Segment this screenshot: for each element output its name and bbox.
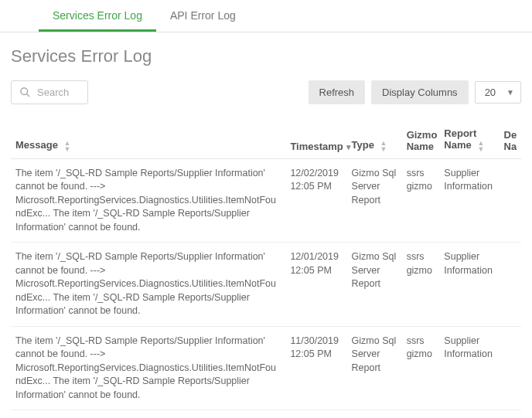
sort-icon: ▲▼ bbox=[380, 140, 387, 152]
cell-type: Gizmo Sql Server Report bbox=[347, 158, 402, 243]
toolbar: Refresh Display Columns 20 ▼ bbox=[11, 80, 521, 104]
cell-report-name: Supplier Information bbox=[439, 326, 499, 410]
col-timestamp[interactable]: Timestamp▼ bbox=[285, 120, 346, 158]
page-title: Services Error Log bbox=[11, 46, 521, 66]
cell-destination-name bbox=[500, 410, 521, 418]
sort-icon: ▲▼ bbox=[64, 140, 71, 152]
cell-destination-name bbox=[500, 326, 521, 410]
search-icon bbox=[19, 87, 31, 98]
error-log-table: Message ▲▼ Timestamp▼ Type ▲▼ Gizmo Name bbox=[11, 120, 521, 418]
cell-report-name: Supplier Information bbox=[439, 158, 499, 243]
svg-point-0 bbox=[21, 88, 28, 95]
cell-timestamp: 12/02/2019 12:05 PM bbox=[285, 158, 346, 243]
cell-report-name: Supplier Information bbox=[439, 410, 499, 418]
caret-down-icon: ▼ bbox=[506, 88, 514, 97]
refresh-button[interactable]: Refresh bbox=[309, 80, 366, 104]
col-gizmo-name[interactable]: Gizmo Name bbox=[402, 120, 440, 158]
table-row[interactable]: The item '/_SQL-RD Sample Reports/Suppli… bbox=[11, 243, 521, 327]
col-type[interactable]: Type ▲▼ bbox=[347, 120, 402, 158]
cell-message: The item '/_SQL-RD Sample Reports/Suppli… bbox=[11, 243, 285, 327]
cell-message: The item '/_SQL-RD Sample Reports/Suppli… bbox=[11, 326, 285, 410]
cell-gizmo-name: ssrs gizmo bbox=[402, 326, 440, 410]
table-row[interactable]: The item '/_SQL-RD Sample Reports/Suppli… bbox=[11, 410, 521, 418]
display-columns-button[interactable]: Display Columns bbox=[371, 80, 469, 104]
cell-timestamp: 12/01/2019 12:05 PM bbox=[285, 243, 346, 327]
cell-type: Gizmo Sql Server Report bbox=[347, 243, 402, 327]
col-destination-name[interactable]: De Na bbox=[500, 120, 521, 158]
tab-services-error-log[interactable]: Services Error Log bbox=[39, 0, 156, 32]
cell-timestamp: 11/29/2019 12:05 PM bbox=[285, 410, 346, 418]
tab-bar: Services Error Log API Error Log bbox=[0, 0, 532, 32]
cell-type: Gizmo Sql Server Report bbox=[347, 410, 402, 418]
cell-gizmo-name: ssrs gizmo bbox=[402, 410, 440, 418]
cell-destination-name bbox=[500, 158, 521, 243]
table-row[interactable]: The item '/_SQL-RD Sample Reports/Suppli… bbox=[11, 326, 521, 410]
cell-destination-name bbox=[500, 243, 521, 327]
table-row[interactable]: The item '/_SQL-RD Sample Reports/Suppli… bbox=[11, 158, 521, 243]
cell-timestamp: 11/30/2019 12:05 PM bbox=[285, 326, 346, 410]
cell-gizmo-name: ssrs gizmo bbox=[402, 243, 440, 327]
cell-type: Gizmo Sql Server Report bbox=[347, 326, 402, 410]
search-box[interactable] bbox=[11, 80, 88, 104]
sort-icon: ▲▼ bbox=[477, 140, 484, 152]
svg-line-1 bbox=[26, 93, 29, 97]
page-size-value: 20 bbox=[485, 87, 496, 98]
sort-desc-icon: ▼ bbox=[345, 143, 353, 151]
col-message[interactable]: Message ▲▼ bbox=[11, 120, 285, 158]
cell-gizmo-name: ssrs gizmo bbox=[402, 158, 440, 243]
tab-api-error-log[interactable]: API Error Log bbox=[156, 0, 250, 32]
cell-report-name: Supplier Information bbox=[439, 243, 499, 327]
cell-message: The item '/_SQL-RD Sample Reports/Suppli… bbox=[11, 410, 285, 418]
search-input[interactable] bbox=[36, 86, 78, 99]
page-size-select[interactable]: 20 ▼ bbox=[475, 81, 521, 104]
col-report-name[interactable]: Report Name ▲▼ bbox=[439, 120, 499, 158]
cell-message: The item '/_SQL-RD Sample Reports/Suppli… bbox=[11, 158, 285, 243]
